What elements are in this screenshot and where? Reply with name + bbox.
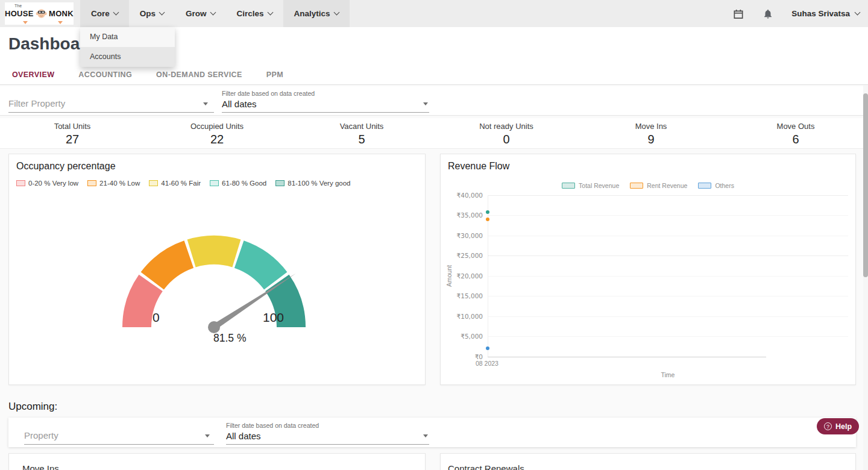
help-button-label: Help bbox=[835, 422, 852, 431]
legend-label: 61-80 % Good bbox=[222, 180, 266, 187]
main-menu: Core Ops Grow Circles Analytics bbox=[80, 0, 350, 27]
upcoming-date-label: Filter date based on data created bbox=[226, 422, 319, 429]
upcoming-date-value: All dates bbox=[226, 431, 261, 441]
revenue-legend: Total Revenue Rent Revenue Others bbox=[441, 182, 855, 189]
revenue-flow-card: Revenue Flow Total Revenue Rent Revenue … bbox=[440, 154, 856, 385]
legend-item-very-good[interactable]: 81-100 % Very good bbox=[275, 180, 350, 187]
stat-label: Move Ins bbox=[579, 122, 723, 131]
gauge-segment-fair bbox=[187, 236, 241, 268]
user-name: Suhas Srivatsa bbox=[791, 9, 850, 18]
occupancy-card-title: Occupancy percentage bbox=[16, 161, 116, 172]
legend-label: 21-40 % Low bbox=[99, 180, 140, 187]
app-logo[interactable]: The HOUSE MONK bbox=[5, 2, 74, 25]
logo-text-the: The bbox=[14, 4, 22, 8]
stat-value: 9 bbox=[579, 133, 723, 146]
chevron-down-icon bbox=[210, 10, 216, 16]
date-filter-select[interactable]: Filter date based on data created All da… bbox=[222, 86, 429, 116]
legend-label: Total Revenue bbox=[579, 182, 619, 189]
tab-ppm[interactable]: PPM bbox=[254, 65, 295, 84]
stat-total-units: Total Units 27 bbox=[0, 118, 145, 148]
input-underline bbox=[226, 444, 429, 445]
stat-label: Vacant Units bbox=[289, 122, 434, 131]
chevron-down-icon bbox=[855, 10, 861, 16]
dropdown-caret-icon bbox=[203, 102, 208, 105]
legend-swatch bbox=[210, 180, 219, 186]
property-filter-select[interactable]: Filter Property bbox=[8, 86, 214, 116]
units-stats-band: Total Units 27 Occupied Units 22 Vacant … bbox=[0, 118, 868, 149]
legend-swatch bbox=[275, 180, 285, 186]
x-tick-label: 08 2023 bbox=[476, 360, 498, 367]
property-filter-placeholder: Filter Property bbox=[8, 98, 65, 108]
upcoming-date-select[interactable]: Filter date based on data created All da… bbox=[226, 418, 429, 447]
legend-item-others[interactable]: Others bbox=[698, 182, 734, 189]
gridline bbox=[488, 236, 848, 236]
calendar-icon[interactable] bbox=[732, 8, 744, 20]
upcoming-heading: Upcoming: bbox=[8, 401, 57, 413]
nav-item-ops[interactable]: Ops bbox=[129, 0, 175, 27]
stat-value: 6 bbox=[723, 133, 868, 146]
stat-label: Total Units bbox=[0, 122, 145, 131]
chevron-down-icon bbox=[333, 10, 339, 16]
tab-on-demand-service[interactable]: ON-DEMAND SERVICE bbox=[144, 65, 254, 84]
nav-item-grow-label: Grow bbox=[186, 9, 207, 18]
legend-item-very-low[interactable]: 0-20 % Very low bbox=[16, 180, 78, 187]
legend-label: Others bbox=[715, 182, 734, 189]
tab-overview[interactable]: OVERVIEW bbox=[0, 65, 66, 84]
gridline bbox=[488, 276, 848, 277]
stat-move-outs: Move Outs 6 bbox=[723, 118, 868, 148]
legend-item-fair[interactable]: 41-60 % Fair bbox=[149, 180, 201, 187]
tab-accounting[interactable]: ACCOUNTING bbox=[66, 65, 144, 84]
move-ins-card-title: Move Ins bbox=[22, 463, 59, 470]
input-underline bbox=[8, 112, 214, 113]
gauge-max-label: 100 bbox=[263, 310, 284, 325]
upcoming-property-placeholder: Property bbox=[24, 430, 58, 440]
legend-swatch bbox=[562, 183, 575, 189]
logo-triangle-right bbox=[58, 21, 63, 24]
y-tick: ₹5,000 bbox=[445, 333, 483, 340]
gridline-dotted bbox=[488, 255, 848, 256]
gauge-min-label: 0 bbox=[153, 310, 160, 325]
stat-move-ins: Move Ins 9 bbox=[579, 118, 723, 148]
user-menu[interactable]: Suhas Srivatsa bbox=[791, 9, 860, 18]
occupancy-percentage-card: Occupancy percentage 0-20 % Very low 21-… bbox=[8, 154, 426, 385]
x-axis-title: Time bbox=[488, 371, 848, 378]
scrollbar-thumb[interactable] bbox=[863, 93, 868, 277]
gridline bbox=[488, 215, 848, 216]
legend-swatch bbox=[630, 183, 643, 189]
core-dropdown-menu: My Data Accounts bbox=[80, 27, 175, 67]
upcoming-property-select[interactable]: Property bbox=[24, 418, 214, 447]
legend-swatch bbox=[87, 180, 96, 186]
nav-item-analytics[interactable]: Analytics bbox=[283, 0, 350, 27]
help-button[interactable]: ? Help bbox=[817, 418, 859, 434]
bell-icon[interactable] bbox=[763, 8, 773, 20]
nav-item-grow[interactable]: Grow bbox=[175, 0, 226, 27]
stat-label: Move Outs bbox=[723, 122, 868, 131]
nav-item-core[interactable]: Core bbox=[80, 0, 129, 27]
gridline bbox=[488, 316, 848, 317]
logo-text-monk: MONK bbox=[49, 9, 74, 18]
upcoming-filter-bar: Property Filter date based on data creat… bbox=[8, 418, 856, 447]
nav-item-ops-label: Ops bbox=[140, 9, 156, 18]
data-point-rent-revenue bbox=[486, 218, 489, 221]
stat-value: 27 bbox=[0, 133, 145, 146]
dropdown-caret-icon bbox=[423, 434, 428, 437]
legend-swatch bbox=[149, 180, 158, 186]
gridline bbox=[488, 195, 848, 196]
stat-occupied-units: Occupied Units 22 bbox=[145, 118, 289, 148]
gauge-needle-hub bbox=[208, 321, 220, 333]
move-ins-card: Move Ins bbox=[8, 453, 426, 470]
top-filter-bar: Filter Property Filter date based on dat… bbox=[0, 86, 868, 116]
question-circle-icon: ? bbox=[824, 422, 832, 430]
legend-item-rent-revenue[interactable]: Rent Revenue bbox=[630, 182, 687, 189]
chevron-down-icon bbox=[267, 10, 273, 16]
menu-item-accounts[interactable]: Accounts bbox=[80, 47, 175, 67]
stat-value: 22 bbox=[145, 133, 289, 146]
legend-item-total-revenue[interactable]: Total Revenue bbox=[562, 182, 619, 189]
menu-item-my-data[interactable]: My Data bbox=[80, 27, 175, 47]
stat-label: Not ready Units bbox=[434, 122, 579, 131]
legend-item-good[interactable]: 61-80 % Good bbox=[210, 180, 266, 187]
x-axis-line bbox=[488, 357, 766, 357]
nav-item-circles-label: Circles bbox=[237, 9, 264, 18]
nav-item-circles[interactable]: Circles bbox=[226, 0, 283, 27]
legend-item-low[interactable]: 21-40 % Low bbox=[87, 180, 140, 187]
